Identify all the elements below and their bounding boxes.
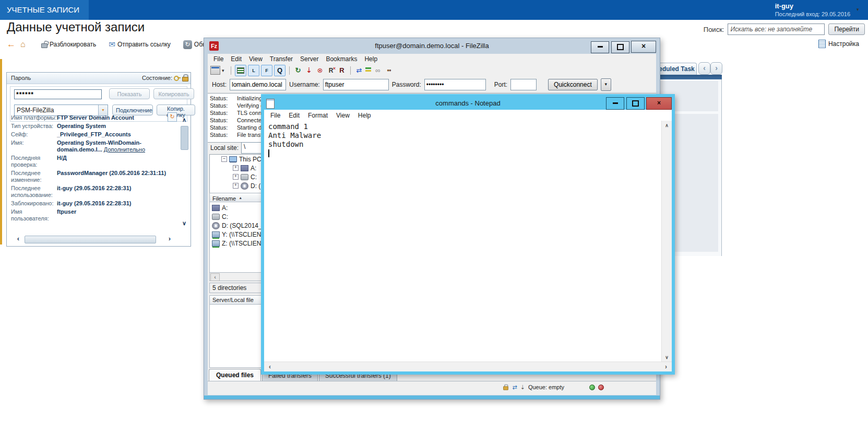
password-label: Password: [392,81,421,88]
combo-chevron-icon[interactable]: ▼ [98,105,108,115]
cancel-operation-icon[interactable]: ⊗ [315,66,325,74]
notepad-titlebar[interactable]: commands - Notepad × [264,97,672,110]
menu-bookmarks[interactable]: Bookmarks [322,54,361,64]
property-label: Сейф: [11,131,57,138]
expand-icon[interactable]: + [233,183,239,189]
tab-accounts[interactable]: УЧЕТНЫЕ ЗАПИСИ [0,0,89,20]
scroll-left-icon[interactable]: ‹ [210,273,220,281]
property-value: PasswordManager (20.05.2016 22:31:11) [57,170,168,183]
minimize-button[interactable] [606,97,624,110]
menu-view[interactable]: View [332,111,354,120]
notepad-vertical-scrollbar[interactable]: ∧ ∨ [661,121,672,362]
menu-file[interactable]: File [266,111,284,120]
find-files-icon[interactable]: ●● [384,68,394,73]
expand-icon[interactable]: + [233,165,239,171]
more-details-link[interactable]: Дополнительно [104,146,145,153]
menu-format[interactable]: Format [304,111,332,120]
back-icon[interactable]: ← [7,39,17,50]
close-button[interactable]: × [646,97,672,110]
synchronized-browsing-icon[interactable] [365,67,372,74]
scroll-right-icon[interactable]: › [165,235,174,243]
property-row: Последняя проверка: Н/Д [11,155,168,168]
username-input[interactable] [323,79,389,90]
cd-drive-icon [212,222,220,229]
tabs-scroll-right-button[interactable]: › [710,62,722,75]
close-button[interactable]: × [631,41,656,53]
queue-toggle-icon[interactable]: Q [274,65,286,76]
site-manager-icon[interactable] [210,66,220,75]
maximize-button[interactable] [626,97,645,110]
scroll-down-icon[interactable]: ∨ [662,355,672,360]
menu-view[interactable]: View [245,54,266,64]
send-link-button[interactable]: ✉ Отправить ссылку [109,40,170,49]
compare-directories-icon[interactable]: ⇄ [354,66,364,74]
reconnect-icon[interactable]: R [337,66,347,74]
user-menu-chevron-icon[interactable]: ▾ [857,7,862,12]
property-label: Имя платформы: [11,114,57,121]
show-password-button[interactable]: Показать [109,88,150,99]
password-field[interactable] [14,89,102,99]
menu-server[interactable]: Server [296,54,322,64]
quickconnect-dropdown-icon[interactable]: ▾ [601,78,611,91]
scroll-up-icon[interactable]: ∧ [662,123,672,128]
search-input[interactable] [728,24,825,35]
quickconnect-button[interactable]: Quickconnect [548,79,598,90]
scroll-thumb[interactable] [25,236,156,243]
menu-edit[interactable]: Edit [227,54,245,64]
filezilla-titlebar[interactable]: Fz ftpuser@domain.demo.local - FileZilla… [204,38,660,54]
notepad-text-area[interactable]: command 1 Anti Malware shutdown [264,121,662,362]
scroll-right-icon[interactable]: › [662,363,670,370]
last-login-label: Последний вход: 29.05.2016 [775,11,850,17]
scroll-thumb[interactable] [181,126,188,150]
scroll-left-icon[interactable]: ‹ [266,363,274,370]
settings-button[interactable]: Настройка [818,40,859,48]
red-led-icon [598,385,604,390]
disconnect-icon[interactable]: R× [326,67,336,74]
host-input[interactable] [230,79,286,90]
port-input[interactable] [510,79,537,90]
page-title: Данные учетной записи [7,20,145,34]
message-log-toggle-icon[interactable] [235,65,246,76]
site-manager-dropdown-icon[interactable]: ▾ [222,68,227,73]
maximize-icon [632,100,639,107]
property-label: Последнее изменение: [11,170,57,183]
collapse-icon[interactable]: − [221,156,227,162]
local-site-label: Local site: [210,144,239,152]
refresh-listing-icon[interactable]: ↻ [293,66,303,74]
properties-horizontal-scrollbar[interactable]: ‹ › [14,235,174,243]
scroll-left-icon[interactable]: ‹ [14,235,22,243]
minimize-button[interactable] [591,41,609,53]
link-icon[interactable]: ∞ [373,66,383,74]
user-menu[interactable]: it-guy Последний вход: 29.05.2016 [775,2,850,17]
search-bar: Поиск: Перейти [704,24,865,35]
menu-transfer[interactable]: Transfer [266,54,296,64]
search-go-button[interactable]: Перейти [828,24,865,35]
scroll-up-icon[interactable]: ∧ [180,117,188,124]
property-value: it-guy (29.05.2016 22:28:31) [57,200,168,207]
portal-toolbar: ← ⌂ Разблокировать ✉ Отправить ссылку ↻ … [7,39,232,50]
menu-edit[interactable]: Edit [284,111,304,120]
property-value: Operating System [57,123,168,130]
password-input[interactable] [424,79,486,90]
unlock-button[interactable]: Разблокировать [41,41,96,48]
remote-tree-toggle-icon[interactable]: F [261,65,272,76]
copy-password-button[interactable]: Копировать [153,88,194,99]
port-label: Port: [494,81,507,88]
network-drive-icon [212,240,220,247]
tabs-scroll-left-button[interactable]: ‹ [698,62,710,75]
maximize-button[interactable] [611,41,629,53]
process-queue-icon[interactable]: ⇣ [304,66,314,74]
properties-vertical-scrollbar[interactable]: ∧ ∨ [180,117,188,227]
expand-icon[interactable]: + [233,174,239,180]
menu-file[interactable]: File [210,54,227,64]
scroll-down-icon[interactable]: ∨ [180,220,188,227]
property-label: Имя пользователя: [11,208,57,222]
local-tree-toggle-icon[interactable]: L [248,65,259,76]
queue-status-label: Queue: empty [528,384,564,390]
menu-help[interactable]: Help [354,111,375,120]
tab-queued-files[interactable]: Queued files [209,369,261,381]
home-icon[interactable]: ⌂ [20,40,31,49]
connect-button[interactable]: Подключение [112,104,153,115]
notepad-horizontal-scrollbar[interactable]: ‹ › [264,362,672,371]
menu-help[interactable]: Help [361,54,381,64]
